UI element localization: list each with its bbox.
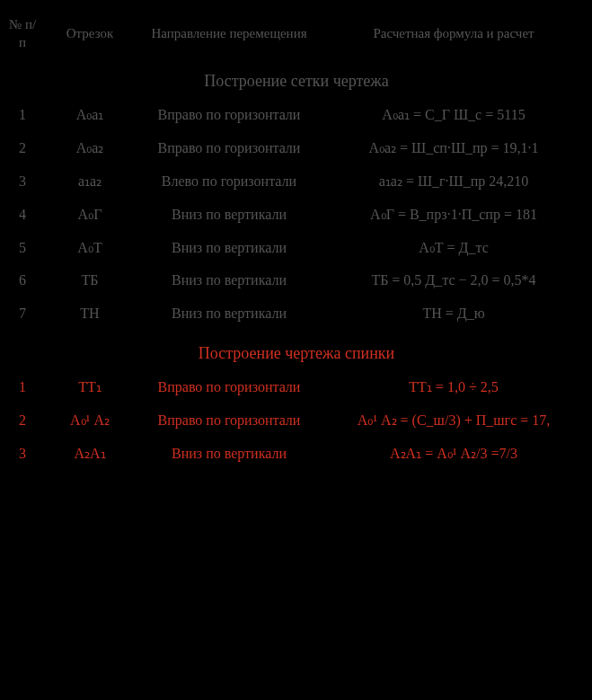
cell-num: 1 <box>4 99 40 132</box>
cell-direction: Вправо по горизонтали <box>139 404 319 438</box>
cell-direction: Вправо по горизонтали <box>139 99 319 132</box>
cell-num: 7 <box>4 297 40 331</box>
cell-segment: А₀¹ А₂ <box>40 404 139 438</box>
cell-num: 3 <box>4 165 40 199</box>
cell-direction: Вправо по горизонтали <box>139 132 319 165</box>
header-col-direction: Направление перемещения <box>139 9 319 58</box>
cell-formula: А₀Г = В_прз·1·П_спр = 181 <box>319 199 588 232</box>
cell-segment: А₀а₂ <box>40 132 139 165</box>
cell-segment: ТБ <box>40 264 139 297</box>
cell-segment: ТН <box>40 297 139 331</box>
cell-num: 1 <box>4 371 40 404</box>
cell-segment: А₀Т <box>40 232 139 265</box>
header-col-segment: Отрезок <box>40 9 139 58</box>
cell-direction: Вниз по вертикали <box>139 297 319 331</box>
cell-direction: Вниз по вертикали <box>139 264 319 297</box>
cell-formula: ТБ = 0,5 Д_тс − 2,0 = 0,5*4 <box>319 264 588 297</box>
table-row: 1 ТТ₁ Вправо по горизонтали ТТ₁ = 1,0 ÷ … <box>4 371 588 404</box>
cell-direction: Вниз по вертикали <box>139 438 319 471</box>
cell-direction: Вниз по вертикали <box>139 232 319 265</box>
cell-segment: а₁а₂ <box>40 165 139 199</box>
cell-num: 2 <box>4 404 40 438</box>
cell-formula: А₀¹ А₂ = (С_ш/3) + П_шгс = 17, <box>319 404 588 438</box>
table-row: 7 ТН Вниз по вертикали ТН = Д_ю <box>4 297 588 331</box>
cell-formula: а₁а₂ = Ш_г·Ш_пр 24,210 <box>319 165 588 199</box>
cell-segment: ТТ₁ <box>40 371 139 404</box>
header-col-formula: Расчетная формула и расчет <box>319 9 588 58</box>
header-col-num: № п/п <box>4 9 40 58</box>
cell-direction: Влево по горизонтали <box>139 165 319 199</box>
table-row: 4 А₀Г Вниз по вертикали А₀Г = В_прз·1·П_… <box>4 199 588 232</box>
section1-title: Построение сетки чертежа <box>4 58 588 99</box>
table-row: 2 А₀а₂ Вправо по горизонтали А₀а₂ = Ш_сп… <box>4 132 588 165</box>
cell-segment: А₀Г <box>40 199 139 232</box>
cell-num: 5 <box>4 232 40 265</box>
table-row: 1 А₀а₁ Вправо по горизонтали А₀а₁ = С_Г … <box>4 99 588 132</box>
cell-formula: А₀а₁ = С_Г Ш_с = 5115 <box>319 99 588 132</box>
table-row: 5 А₀Т Вниз по вертикали А₀Т = Д_тс <box>4 232 588 265</box>
table-row: 3 А₂А₁ Вниз по вертикали А₂А₁ = А₀¹ А₂/3… <box>4 438 588 471</box>
cell-direction: Вниз по вертикали <box>139 199 319 232</box>
cell-formula: ТТ₁ = 1,0 ÷ 2,5 <box>319 371 588 404</box>
cell-segment: А₂А₁ <box>40 438 139 471</box>
cell-formula: ТН = Д_ю <box>319 297 588 331</box>
cell-formula: А₀Т = Д_тс <box>319 232 588 265</box>
cell-num: 2 <box>4 132 40 165</box>
cell-num: 3 <box>4 438 40 471</box>
cell-formula: А₂А₁ = А₀¹ А₂/3 =7/3 <box>319 438 588 471</box>
table-row: 6 ТБ Вниз по вертикали ТБ = 0,5 Д_тс − 2… <box>4 264 588 297</box>
cell-segment: А₀а₁ <box>40 99 139 132</box>
cell-direction: Вправо по горизонтали <box>139 371 319 404</box>
table-row: 3 а₁а₂ Влево по горизонтали а₁а₂ = Ш_г·Ш… <box>4 165 588 199</box>
cell-num: 4 <box>4 199 40 232</box>
section2-title: Построение чертежа спинки <box>4 331 588 371</box>
cell-formula: А₀а₂ = Ш_сп·Ш_пр = 19,1·1 <box>319 132 588 165</box>
table-row: 2 А₀¹ А₂ Вправо по горизонтали А₀¹ А₂ = … <box>4 404 588 438</box>
cell-num: 6 <box>4 264 40 297</box>
